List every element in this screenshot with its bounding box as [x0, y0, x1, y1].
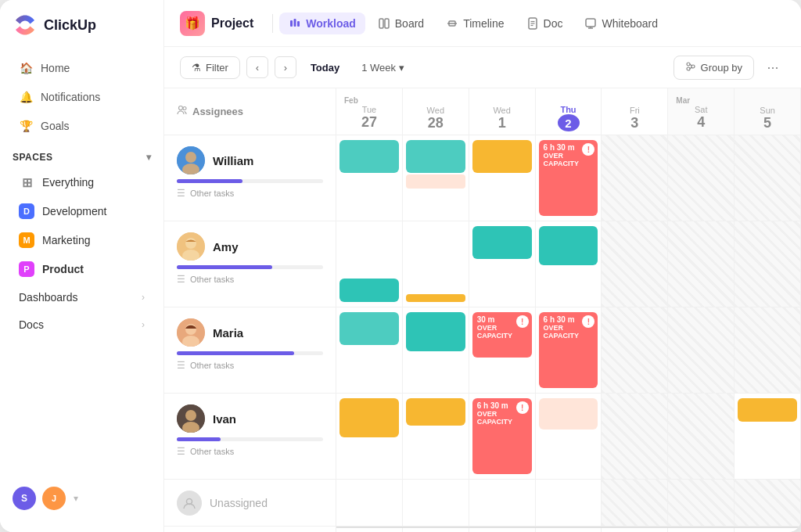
whiteboard-icon	[584, 17, 597, 30]
block-teal-small	[339, 279, 399, 302]
wcell-i-5	[602, 394, 668, 479]
col-fri-3: - Fri 3	[602, 88, 668, 135]
timeline-icon	[446, 17, 458, 30]
william-tasks[interactable]: ☰ Other tasks	[164, 186, 336, 200]
logo: ClickUp	[0, 13, 163, 53]
wcell-i-6	[668, 394, 735, 479]
project-title: Project	[211, 16, 253, 31]
ivan-tasks[interactable]: ☰ Other tasks	[164, 444, 336, 458]
week-selector[interactable]: 1 Week ▾	[354, 57, 412, 78]
assignee-info-amy: Amy	[164, 221, 336, 265]
sidebar-item-dashboards[interactable]: Dashboards ›	[6, 284, 157, 311]
svg-point-19	[179, 106, 183, 110]
calendar-grid: Assignees William	[164, 88, 801, 532]
tab-board[interactable]: Board	[368, 13, 433, 34]
wcell-a-7	[735, 221, 801, 307]
board-icon	[378, 17, 390, 30]
sidebar-item-marketing[interactable]: M Marketing	[6, 226, 157, 254]
assignee-row-ivan: Ivan ☰ Other tasks	[164, 394, 336, 480]
month-feb: Feb	[339, 93, 358, 105]
wcell-i-4	[536, 394, 602, 479]
wcell-u-4	[536, 480, 602, 526]
sidebar-item-docs[interactable]: Docs ›	[6, 311, 157, 338]
svg-rect-4	[385, 19, 389, 28]
assignee-name-ivan: Ivan	[213, 412, 236, 426]
william-bar	[164, 179, 336, 186]
assignee-info-william: William	[164, 135, 336, 179]
topbar: 🎁 Project Workload Board Timeli	[164, 0, 801, 47]
chevron-right-icon: ›	[142, 292, 145, 303]
tab-doc[interactable]: Doc	[517, 13, 573, 34]
tab-whiteboard[interactable]: Whiteboard	[575, 13, 667, 34]
project-icon: 🎁	[180, 11, 205, 36]
over-badge: !	[516, 401, 529, 414]
block-teal	[472, 226, 532, 259]
assignee-info-ivan: Ivan	[164, 394, 336, 437]
app-name: ClickUp	[44, 17, 96, 34]
tab-workload[interactable]: Workload	[279, 13, 365, 34]
col-sat-4: Mar Sat 4	[668, 88, 735, 135]
amy-tasks[interactable]: ☰ Other tasks	[164, 272, 336, 286]
sidebar-nav: 🏠 Home 🔔 Notifications 🏆 Goals Spaces ▾ …	[0, 53, 163, 477]
footer-4: 6 h 30 m	[536, 528, 602, 532]
unassigned-label: Unassigned	[210, 497, 268, 509]
trophy-icon: 🏆	[19, 119, 33, 133]
svg-rect-2	[297, 21, 300, 27]
wcell-i-3: 6 h 30 m OVER CAPACITY !	[469, 394, 536, 479]
maria-tasks[interactable]: ☰ Other tasks	[164, 358, 336, 372]
svg-point-25	[185, 238, 196, 249]
prev-arrow[interactable]: ‹	[246, 56, 268, 78]
wcell-m-3: 30 m OVER CAPACITY !	[469, 307, 536, 393]
footer-1: 6 h	[336, 528, 403, 532]
wcell-w-4: 6 h 30 m OVER CAPACITY !	[536, 135, 602, 221]
filter-button[interactable]: ⚗ Filter	[180, 56, 240, 79]
wcell-m-2	[403, 307, 469, 393]
time-grid: Feb Tue 27 - Wed 28	[336, 88, 801, 532]
sidebar-item-notifications[interactable]: 🔔 Notifications	[6, 83, 157, 111]
wcell-w-3	[469, 135, 536, 221]
unassigned-info: Unassigned	[164, 491, 280, 516]
chevron-down-icon[interactable]: ▾	[146, 152, 152, 163]
avatar-ivan	[177, 404, 205, 433]
footer-2: 6 h	[403, 528, 469, 532]
workload-row-william: 6 h 30 m OVER CAPACITY !	[336, 135, 801, 221]
sidebar-item-development[interactable]: D Development	[6, 197, 157, 225]
assignees-header: Assignees	[164, 88, 336, 135]
next-arrow[interactable]: ›	[275, 56, 296, 78]
today-button[interactable]: Today	[303, 57, 347, 78]
assignee-name-amy: Amy	[213, 240, 239, 253]
ivan-bar	[164, 437, 336, 444]
wcell-m-5	[602, 307, 668, 393]
svg-point-14	[687, 63, 690, 66]
block-orange2	[339, 398, 399, 437]
block-peach2	[539, 398, 598, 430]
wcell-i-1	[336, 394, 403, 479]
over-badge: !	[516, 315, 529, 328]
tab-timeline[interactable]: Timeline	[436, 13, 513, 34]
more-options-button[interactable]: ···	[760, 55, 785, 80]
sidebar-item-everything[interactable]: ⊞ Everything	[6, 168, 157, 196]
block-teal3	[406, 312, 465, 351]
wcell-u-1	[336, 480, 403, 526]
footer-7	[735, 528, 801, 532]
avatar-2: J	[42, 487, 66, 510]
assignee-info-maria: Maria	[164, 307, 336, 351]
sidebar-item-product[interactable]: P Product	[6, 255, 157, 283]
svg-point-31	[185, 410, 196, 421]
col-sun-5: - Sun 5	[735, 88, 801, 135]
footer-6: 6 h	[668, 528, 735, 532]
footer-5: 6 h	[602, 528, 668, 532]
wcell-w-6	[668, 135, 735, 221]
groupby-button[interactable]: Group by	[673, 56, 754, 80]
sidebar-item-home[interactable]: 🏠 Home	[6, 54, 157, 82]
avatar-s: S	[13, 487, 36, 510]
filter-icon: ⚗	[192, 62, 201, 74]
assignees-icon	[177, 105, 188, 118]
assignee-row-maria: Maria ☰ Other tasks	[164, 307, 336, 394]
chevron-right-icon: ›	[142, 319, 145, 330]
sidebar-item-goals[interactable]: 🏆 Goals	[6, 112, 157, 140]
chevron-down-icon[interactable]: ▾	[74, 493, 78, 504]
wcell-u-6	[668, 480, 735, 526]
workload-row-ivan: 6 h 30 m OVER CAPACITY !	[336, 394, 801, 480]
avatar-maria	[177, 318, 205, 347]
